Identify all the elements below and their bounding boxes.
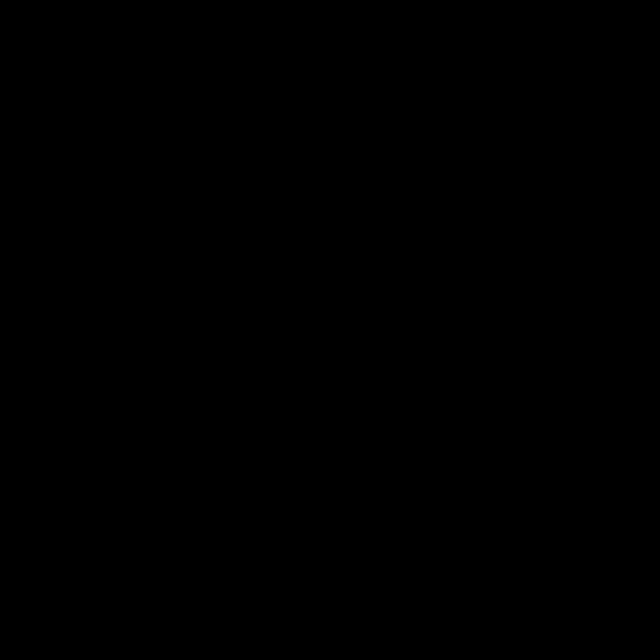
chart-frame bbox=[0, 0, 644, 644]
plot-area bbox=[14, 23, 630, 631]
plot-svg bbox=[14, 23, 630, 631]
gradient-background bbox=[14, 23, 630, 631]
